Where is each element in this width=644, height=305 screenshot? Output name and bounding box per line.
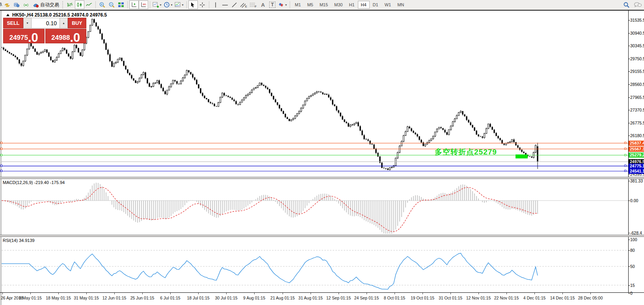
line-handle[interactable] — [0, 148, 2, 150]
date-axis-tick — [58, 293, 59, 294]
volume-decrease-button[interactable]: ▼ — [23, 18, 32, 28]
price-axis-tick — [628, 123, 630, 123]
signals-icon[interactable] — [21, 0, 31, 9]
sell-button[interactable]: SELL — [3, 18, 23, 28]
trendline-tool[interactable] — [230, 0, 239, 9]
timeframe-mn[interactable]: MN — [394, 1, 407, 9]
text-a-glyph: A — [261, 2, 264, 8]
macd-label: MACD(12,26,9) -219.40 -175.94 — [3, 180, 65, 185]
buy-price[interactable]: 24988 .0 — [45, 29, 87, 43]
ohlc-bars-icon — [67, 2, 73, 8]
ea-icon — [13, 2, 20, 8]
collapse-panel-icon[interactable] — [6, 14, 9, 16]
chart-shift-icon[interactable] — [129, 0, 139, 9]
one-click-trade-panel: SELL ▼ 0.10 ▲ BUY 24975 .0 24988 .0 — [3, 18, 86, 43]
line-handle[interactable] — [624, 142, 626, 144]
date-axis-tick — [86, 293, 87, 294]
macd-axis-tick — [628, 181, 630, 181]
text-label-tool[interactable]: T — [268, 0, 277, 9]
line-handle[interactable] — [0, 170, 2, 172]
price-line-label[interactable]: 24541.1 — [629, 169, 644, 174]
chart-title: HK50-,H4 25138.0 25216.5 24974.0 24976.5 — [6, 12, 107, 18]
buy-button[interactable]: BUY — [68, 18, 86, 28]
gold-bars-icon[interactable] — [2, 0, 12, 9]
new-chart-button[interactable]: ▼ — [152, 0, 163, 9]
timeframe-w1[interactable]: W1 — [382, 1, 395, 9]
date-axis-tick — [226, 293, 227, 294]
auto-scroll-icon[interactable] — [139, 0, 148, 9]
line-chart-icon[interactable] — [84, 0, 94, 9]
chat-icon[interactable] — [634, 2, 642, 8]
toolbar-grip — [62, 1, 64, 8]
price-axis-tick — [628, 84, 630, 85]
volume-input[interactable]: 0.10 — [32, 18, 60, 28]
date-axis-label: 14 Dec 01:15 — [550, 296, 575, 300]
mt4-terminal: 单 自动交易 — [0, 0, 644, 305]
cursor-tool[interactable] — [188, 0, 198, 9]
label-t-glyph: T — [269, 2, 275, 8]
equidistant-channel-tool[interactable]: E — [239, 0, 249, 9]
auto-trading-button[interactable]: 自动交易 — [31, 0, 61, 9]
date-axis-label: 28 Dec 05:00 — [578, 296, 603, 300]
expert-advisors-icon[interactable] — [12, 0, 21, 9]
vertical-line-tool[interactable] — [211, 0, 220, 9]
price-line-label[interactable]: 25567.3 — [629, 147, 644, 152]
arrows-icon — [278, 2, 284, 8]
macd-axis-tick — [628, 233, 630, 233]
arrows-tool[interactable]: ▼ — [277, 0, 288, 9]
pivot-rectangle[interactable] — [516, 154, 528, 158]
crosshair-tool[interactable] — [198, 0, 207, 9]
line-handle[interactable] — [624, 165, 626, 167]
date-axis-tick — [562, 293, 563, 294]
bar-chart-icon[interactable] — [65, 0, 75, 9]
volume-increase-button[interactable]: ▲ — [60, 18, 68, 28]
date-axis-label: 24 Sep 01:15 — [354, 296, 379, 300]
timeframe-m1[interactable]: M1 — [292, 1, 304, 9]
sell-price[interactable]: 24975 .0 — [3, 29, 45, 43]
zoom-out-icon[interactable] — [107, 0, 116, 9]
tile-windows-icon[interactable] — [116, 0, 126, 9]
dropdown-caret-icon: ▼ — [170, 4, 173, 6]
timeframe-m5[interactable]: M5 — [304, 1, 316, 9]
horizontal-line-tool[interactable] — [220, 0, 230, 9]
timeframe-h1[interactable]: H1 — [346, 1, 357, 9]
dropdown-caret-icon: ▼ — [181, 4, 184, 6]
price-axis-label: 30345.5 — [630, 43, 644, 48]
rsi-axis-tick — [628, 285, 630, 286]
price-line-label[interactable]: 24775.1 — [629, 164, 644, 169]
auto-trading-label: 自动交易 — [40, 2, 59, 8]
periods-button[interactable]: ▼ — [163, 0, 174, 9]
hline-icon — [222, 2, 228, 8]
text-tool[interactable]: A — [258, 0, 268, 9]
line-handle[interactable] — [624, 154, 626, 156]
line-handle[interactable] — [0, 165, 2, 167]
rsi-axis-tick — [628, 250, 630, 251]
indicators-button[interactable]: ▼ — [174, 0, 185, 9]
window-left-border — [0, 11, 0, 305]
date-axis-label: 12 Sep 01:15 — [326, 296, 351, 300]
timeframe-d1[interactable]: D1 — [370, 1, 382, 9]
date-axis-tick — [254, 293, 255, 294]
date-axis-label: 22 Nov 01:15 — [494, 296, 519, 300]
line-handle[interactable] — [624, 148, 626, 150]
candlestick-chart-icon[interactable] — [75, 0, 84, 9]
timeframe-m15[interactable]: M15 — [316, 1, 331, 9]
line-handle[interactable] — [0, 154, 2, 156]
date-axis-label: 6 Jul 01:15 — [160, 296, 180, 300]
search-icon[interactable] — [623, 2, 630, 8]
toolbar-separator — [150, 1, 150, 8]
price-line-label[interactable]: 25837.4 — [629, 141, 644, 146]
fibonacci-tool[interactable]: F — [249, 0, 258, 9]
line-handle[interactable] — [0, 142, 2, 144]
date-axis-label: 19 Oct 01:15 — [411, 296, 434, 300]
timeframe-h4[interactable]: H4 — [358, 1, 370, 9]
pivot-annotation-text[interactable]: 多空转折点25279 — [435, 147, 497, 157]
price-line-label[interactable]: 25279.2 — [629, 152, 644, 158]
signal-icon — [23, 2, 29, 8]
zoom-in-icon[interactable] — [97, 0, 107, 9]
sell-price-main: 24975 — [9, 34, 28, 41]
volume-stepper: ▼ 0.10 ▲ — [23, 18, 68, 28]
date-axis-label: 12 Nov 01:15 — [466, 296, 491, 300]
timeframe-m30[interactable]: M30 — [331, 1, 346, 9]
line-handle[interactable] — [624, 170, 626, 172]
